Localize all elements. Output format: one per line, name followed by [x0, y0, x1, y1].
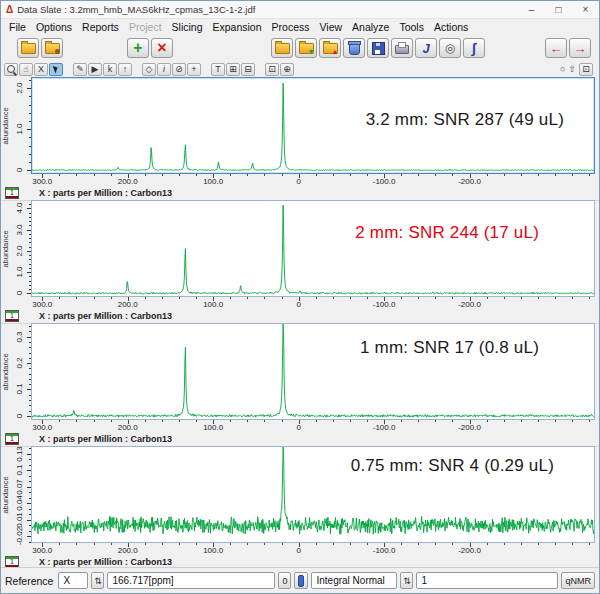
shift-key-icon[interactable]: ⇧ — [568, 64, 576, 74]
snr-annotation-3[interactable]: 1 mm: SNR 17 (0.8 uL) — [360, 338, 539, 358]
slide-number-icon[interactable]: 1 — [5, 187, 19, 199]
menu-slicing[interactable]: Slicing — [167, 21, 208, 33]
y-axis-label: abundance — [1, 353, 10, 390]
menu-options[interactable]: Options — [31, 21, 77, 33]
reference-value-input[interactable]: 166.717[ppm] — [107, 572, 275, 589]
slide-number-icon[interactable]: 1 — [5, 433, 19, 445]
menu-actions[interactable]: Actions — [429, 21, 473, 33]
menu-file[interactable]: File — [4, 21, 31, 33]
plot-area-2[interactable]: 2 mm: SNR 244 (17 uL) — [31, 200, 595, 297]
add-slide-button[interactable]: + — [127, 38, 149, 58]
x-tick-mark — [316, 297, 317, 299]
process-icon: J — [422, 41, 429, 56]
close-button[interactable]: × — [572, 1, 599, 18]
floppy-save-icon — [372, 42, 385, 55]
magnifier-icon — [7, 65, 15, 73]
zero-button[interactable]: 0 — [278, 572, 291, 589]
x-tick-mark — [435, 297, 436, 299]
menu-analyze[interactable]: Analyze — [347, 21, 394, 33]
move-tool-button[interactable]: ⊕ — [280, 63, 294, 76]
x-tick-mark — [145, 297, 146, 299]
x-tick-label: -100.0 — [373, 423, 396, 432]
export-button[interactable]: ▲ — [319, 38, 341, 58]
menu-view[interactable]: View — [314, 21, 347, 33]
process-button[interactable]: J — [415, 38, 437, 58]
integral-value-input[interactable]: 1 — [416, 572, 558, 589]
back-button[interactable]: ← — [545, 38, 567, 58]
plot-area-3[interactable]: 1 mm: SNR 17 (0.8 uL) — [31, 323, 595, 420]
eraser-tool-button[interactable]: ⊘ — [172, 63, 186, 76]
plot-area-1[interactable]: 3.2 mm: SNR 287 (49 uL) — [31, 77, 595, 174]
zoom-tool-button[interactable] — [4, 63, 18, 76]
x-tick-mark — [264, 297, 265, 299]
import-button[interactable]: ▼ — [295, 38, 317, 58]
slide-number-icon[interactable]: 1 — [5, 310, 19, 322]
delete-x-icon: × — [157, 39, 166, 57]
marker-tool-button[interactable]: ◇ — [142, 63, 156, 76]
reference-bar: Reference X ⇅ 166.717[ppm] 0 Integral No… — [1, 567, 599, 593]
maximize-button[interactable]: □ — [545, 1, 572, 18]
x-tick-mark — [282, 543, 283, 545]
text-tool-button[interactable]: T — [211, 63, 225, 76]
baseline-tool-button[interactable]: k — [103, 63, 117, 76]
minimize-button[interactable]: – — [518, 1, 545, 18]
open-data-button[interactable] — [271, 38, 293, 58]
x-tick-mark — [145, 543, 146, 545]
radio-indicator-icon[interactable]: ○ — [560, 64, 565, 74]
expand-tool-button[interactable]: X — [34, 63, 48, 76]
baseline-icon: k — [108, 64, 113, 74]
x-tick-mark — [316, 174, 317, 176]
menu-process[interactable]: Process — [267, 21, 315, 33]
trash-button[interactable] — [343, 38, 365, 58]
peak-pick-button[interactable]: ▶ — [88, 63, 102, 76]
marker-button[interactable] — [294, 572, 308, 589]
menu-tools[interactable]: Tools — [394, 21, 429, 33]
x-tick-mark — [196, 543, 197, 545]
x-axis-title: X : parts per Million : Carbon13 — [39, 557, 172, 567]
snr-annotation-2[interactable]: 2 mm: SNR 244 (17 uL) — [355, 223, 539, 243]
panel-tool-button[interactable]: ⊟ — [241, 63, 255, 76]
menu-bar: File Options Reports Project Slicing Exp… — [1, 19, 599, 35]
x-tick-mark — [282, 420, 283, 422]
info-tool-button[interactable]: i — [157, 63, 171, 76]
add-annotation-button[interactable]: + — [187, 63, 201, 76]
x-tick-label: 100.0 — [203, 546, 223, 555]
snr-annotation-4[interactable]: 0.75 mm: SNR 4 (0.29 uL) — [351, 456, 554, 476]
open-file-button[interactable] — [17, 38, 39, 58]
delete-slide-button[interactable]: × — [151, 38, 173, 58]
box-icon: ⊡ — [268, 64, 276, 74]
spectrum-panel-2: abundance01.02.03.04.02 mm: SNR 244 (17 … — [1, 200, 599, 323]
slide-number-icon[interactable]: 1 — [5, 556, 19, 568]
save-button[interactable] — [367, 38, 389, 58]
x-tick-label: 200.0 — [118, 177, 138, 186]
integral-mode-select[interactable]: Integral Normal — [311, 572, 397, 589]
qnmr-button[interactable]: qNMR — [561, 572, 595, 589]
integral-spinner[interactable]: ⇅ — [400, 572, 413, 589]
print-button[interactable] — [391, 38, 413, 58]
grid-tool-button[interactable]: ⊞ — [226, 63, 240, 76]
x-tick-mark — [76, 174, 77, 176]
menu-expansion[interactable]: Expansion — [208, 21, 267, 33]
x-tick-mark — [435, 174, 436, 176]
open-recent-button[interactable] — [41, 38, 63, 58]
x-tick-mark — [230, 543, 231, 545]
layout-toggle-button[interactable]: ⊡ — [579, 63, 593, 76]
x-tick-mark — [367, 543, 368, 545]
integral-button[interactable]: ∫ — [463, 38, 485, 58]
info-icon: i — [163, 64, 165, 74]
raise-tool-button[interactable]: ↑ — [118, 63, 132, 76]
pencil-tool-button[interactable]: ✎ — [73, 63, 87, 76]
pan-tool-button[interactable]: ☝ — [19, 63, 33, 76]
x-tick-mark — [521, 420, 522, 422]
plot-area-4[interactable]: 0.75 mm: SNR 4 (0.29 uL) — [31, 446, 595, 543]
snr-annotation-1[interactable]: 3.2 mm: SNR 287 (49 uL) — [366, 110, 564, 130]
x-tick-mark — [230, 420, 231, 422]
axis-spinner[interactable]: ⇅ — [91, 572, 104, 589]
menu-reports[interactable]: Reports — [77, 21, 124, 33]
reference-axis-select[interactable]: X — [58, 572, 88, 589]
stop-button[interactable]: ◎ — [439, 38, 461, 58]
x-tick-mark — [418, 420, 419, 422]
pointer-tool-button[interactable] — [49, 63, 63, 76]
forward-button[interactable]: → — [569, 38, 591, 58]
box-tool-button[interactable]: ⊡ — [265, 63, 279, 76]
